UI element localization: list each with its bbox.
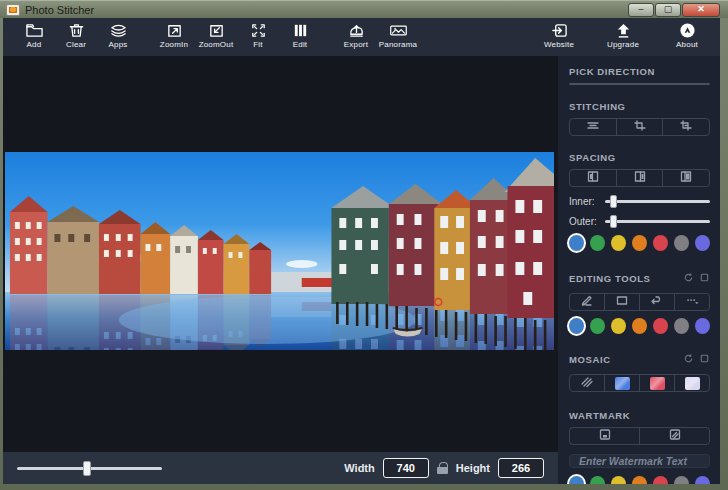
rectangle-tool-button[interactable] <box>604 294 639 310</box>
frame-mid-icon <box>633 170 647 186</box>
spacing-both-button[interactable] <box>662 170 709 186</box>
color-swatch[interactable] <box>632 235 647 251</box>
inner-label: Inner: <box>569 196 605 207</box>
mosaic-texture-button[interactable] <box>674 375 709 391</box>
pick-direction-control: HORIZONTAL VERTICAL <box>569 83 710 85</box>
upgrade-button[interactable]: Upgrade <box>602 21 644 50</box>
edit-button[interactable]: Edit <box>279 21 321 50</box>
minimize-button[interactable]: – <box>628 3 654 17</box>
editing-color-swatches <box>569 318 710 334</box>
frame-right-icon <box>679 170 693 186</box>
clear-layer-icon[interactable] <box>699 350 710 368</box>
mosaic-texture-button[interactable] <box>639 375 674 391</box>
width-input[interactable] <box>383 458 429 478</box>
canvas <box>3 56 558 452</box>
website-button[interactable]: Website <box>538 21 580 50</box>
maximize-button[interactable]: ▢ <box>655 3 681 17</box>
height-input[interactable] <box>498 458 544 478</box>
reset-icon[interactable] <box>683 269 694 287</box>
app-body: Add Clear Apps ZoomIn ZoomOut Fit <box>3 18 720 484</box>
color-swatch[interactable] <box>590 318 605 334</box>
titlebar: Photo Stitcher – ▢ ✕ <box>0 0 728 18</box>
color-swatch[interactable] <box>653 476 668 484</box>
watermark-label: WARTMARK <box>569 410 710 421</box>
spacing-inner-button[interactable] <box>616 170 663 186</box>
canvas-column: Width Height <box>3 56 558 484</box>
mosaic-texture-light <box>685 377 700 390</box>
outer-slider-handle[interactable] <box>610 215 617 228</box>
zoom-out-button[interactable]: ZoomOut <box>195 21 237 50</box>
watermark-options <box>569 427 710 445</box>
upgrade-icon <box>614 22 633 39</box>
vertical-layers-icon <box>654 83 667 85</box>
stitch-crop-fill-button[interactable] <box>662 119 709 135</box>
undo-button[interactable] <box>639 294 674 310</box>
watermark-image-button[interactable] <box>639 428 709 444</box>
stitch-align-button[interactable] <box>570 119 616 135</box>
about-button[interactable]: About <box>666 21 708 50</box>
color-swatch[interactable] <box>611 235 626 251</box>
spacing-none-button[interactable] <box>570 170 616 186</box>
outer-spacing-slider[interactable] <box>605 220 710 223</box>
color-swatch[interactable] <box>653 318 668 334</box>
lock-icon[interactable] <box>437 462 448 474</box>
add-button[interactable]: Add <box>13 21 55 50</box>
outer-label: Outer: <box>569 216 605 227</box>
apps-button[interactable]: Apps <box>97 21 139 50</box>
color-swatch[interactable] <box>632 318 647 334</box>
panorama-icon <box>389 22 408 39</box>
color-swatch[interactable] <box>569 476 584 484</box>
watermark-text-input[interactable] <box>569 454 710 468</box>
mosaic-texture-blue <box>615 377 630 390</box>
zoom-in-button[interactable]: ZoomIn <box>153 21 195 50</box>
trash-icon <box>67 22 86 39</box>
watermark-hatch-icon <box>668 428 682 444</box>
mosaic-texture-button[interactable] <box>604 375 639 391</box>
export-button[interactable]: Export <box>335 21 377 50</box>
stitching-label: STITCHING <box>569 101 710 112</box>
zoom-in-icon <box>165 22 184 39</box>
pick-direction-label: PICK DIRECTION <box>569 66 710 77</box>
color-swatch[interactable] <box>674 235 689 251</box>
inner-spacing-row: Inner: <box>569 196 710 207</box>
color-swatch[interactable] <box>590 235 605 251</box>
close-button[interactable]: ✕ <box>682 3 720 17</box>
color-swatch[interactable] <box>569 235 584 251</box>
clear-layer-icon[interactable] <box>699 269 710 287</box>
clear-button[interactable]: Clear <box>55 21 97 50</box>
pen-tool-button[interactable] <box>570 294 604 310</box>
inner-slider-handle[interactable] <box>610 195 617 208</box>
color-swatch[interactable] <box>611 476 626 484</box>
ellipsis-caret-icon <box>685 294 699 310</box>
pen-icon <box>580 294 594 310</box>
color-swatch[interactable] <box>590 476 605 484</box>
color-swatch[interactable] <box>653 235 668 251</box>
stitch-crop-button[interactable] <box>616 119 663 135</box>
inner-spacing-slider[interactable] <box>605 200 710 203</box>
fit-button[interactable]: Fit <box>237 21 279 50</box>
undo-icon <box>650 294 664 310</box>
bottom-bar: Width Height <box>3 452 558 484</box>
color-swatch[interactable] <box>569 318 584 334</box>
reset-icon[interactable] <box>683 350 694 368</box>
canvas-zoom-slider[interactable] <box>17 467 162 470</box>
color-swatch[interactable] <box>674 476 689 484</box>
frame-left-icon <box>586 170 600 186</box>
panorama-button[interactable]: Panorama <box>377 21 419 50</box>
color-swatch[interactable] <box>695 476 710 484</box>
color-swatch[interactable] <box>674 318 689 334</box>
color-swatch[interactable] <box>695 318 710 334</box>
app-icon <box>6 4 20 16</box>
spacing-label: SPACING <box>569 152 710 163</box>
color-swatch[interactable] <box>695 235 710 251</box>
watermark-text-button[interactable] <box>570 428 639 444</box>
zoom-slider-handle[interactable] <box>83 461 91 476</box>
mosaic-hatch-button[interactable] <box>570 375 604 391</box>
align-lines-icon <box>586 119 600 135</box>
color-swatch[interactable] <box>632 476 647 484</box>
mosaic-label: MOSAIC <box>569 354 611 365</box>
more-tools-button[interactable] <box>674 294 709 310</box>
editing-tools-options <box>569 293 710 311</box>
color-swatch[interactable] <box>611 318 626 334</box>
spacing-options <box>569 169 710 187</box>
